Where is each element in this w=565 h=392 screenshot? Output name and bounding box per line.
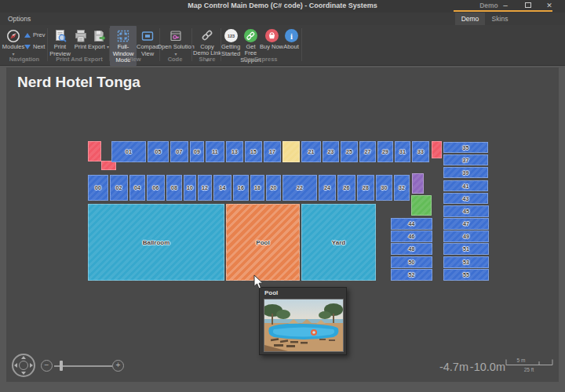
pan-right-icon[interactable] <box>30 363 33 368</box>
full-window-mode-icon <box>116 27 130 44</box>
about-button[interactable]: i About <box>282 26 301 64</box>
zoom-in-button[interactable]: + <box>112 360 124 372</box>
prev-next-group: Prev Next <box>24 30 48 52</box>
ribbon-group-label: Code <box>168 56 183 63</box>
svg-text:25 ft: 25 ft <box>524 367 534 372</box>
pan-up-icon[interactable] <box>21 356 26 359</box>
scale-bar: 5 m 25 ft <box>502 356 554 376</box>
compact-view-icon <box>140 27 155 44</box>
pan-control[interactable] <box>12 354 35 377</box>
ribbon-separator <box>47 28 48 61</box>
coordinate-y: -10.0m <box>469 361 505 373</box>
123-circle-icon: 123 <box>224 27 239 44</box>
zoom-slider-thumb[interactable] <box>60 361 63 371</box>
coordinate-x: -4.7m <box>432 361 468 373</box>
pool-photo <box>264 299 344 352</box>
minimize-button[interactable]: – <box>499 0 512 11</box>
ribbon: Modules ▾ Prev Next Print Preview Print <box>0 25 565 66</box>
next-button[interactable]: Next <box>24 42 48 52</box>
tab-skins[interactable]: Skins <box>485 13 515 25</box>
svg-text:i: i <box>290 32 293 41</box>
mouse-cursor-icon <box>253 274 264 292</box>
open-solution-icon <box>169 27 183 44</box>
options-menu[interactable]: Options <box>8 15 31 23</box>
pan-down-icon[interactable] <box>21 372 26 375</box>
ribbon-group-label: DevExpress <box>244 56 278 63</box>
cart-circle-icon <box>264 27 279 44</box>
print-preview-icon <box>53 27 67 44</box>
prev-button[interactable]: Prev <box>24 30 48 40</box>
pan-left-icon[interactable] <box>14 363 17 368</box>
tab-demo[interactable]: Demo <box>455 13 485 25</box>
tooltip-title: Pool <box>264 289 278 296</box>
maximize-button[interactable] <box>525 2 531 8</box>
info-circle-icon: i <box>284 27 299 44</box>
titlebar-demo-tab[interactable]: Demo <box>454 2 524 9</box>
ribbon-separator <box>301 28 302 61</box>
printer-icon <box>74 27 88 44</box>
zoom-out-button[interactable]: − <box>41 360 53 372</box>
support-circle-icon <box>243 27 258 44</box>
menu-bar: Options Demo Skins <box>0 13 565 25</box>
map-title: Nerd Hotel Tonga <box>17 74 140 91</box>
ribbon-group-label: Share <box>199 56 216 63</box>
getting-started-button[interactable]: 123 Getting Started <box>221 26 240 64</box>
up-triangle-icon <box>24 33 31 38</box>
compass-icon <box>6 27 20 44</box>
ribbon-group-label: Print And Export <box>56 56 102 63</box>
ribbon-separator <box>191 28 192 61</box>
svg-text:5 m: 5 m <box>517 358 526 363</box>
zoom-slider-track[interactable] <box>54 365 112 367</box>
pool-tooltip: Pool <box>259 287 347 355</box>
down-triangle-icon <box>24 45 31 49</box>
close-button[interactable]: ✕ <box>543 0 556 11</box>
svg-text:123: 123 <box>227 34 234 38</box>
link-icon <box>200 27 214 44</box>
export-save-icon <box>92 27 106 44</box>
ribbon-group-label: View <box>128 56 141 63</box>
pan-center[interactable] <box>19 361 28 370</box>
title-bar: Map Control Main Demo (C# code) - Coordi… <box>0 0 565 13</box>
app-window: Map Control Main Demo (C# code) - Coordi… <box>0 0 565 392</box>
ribbon-group-label: Navigation <box>9 56 39 63</box>
